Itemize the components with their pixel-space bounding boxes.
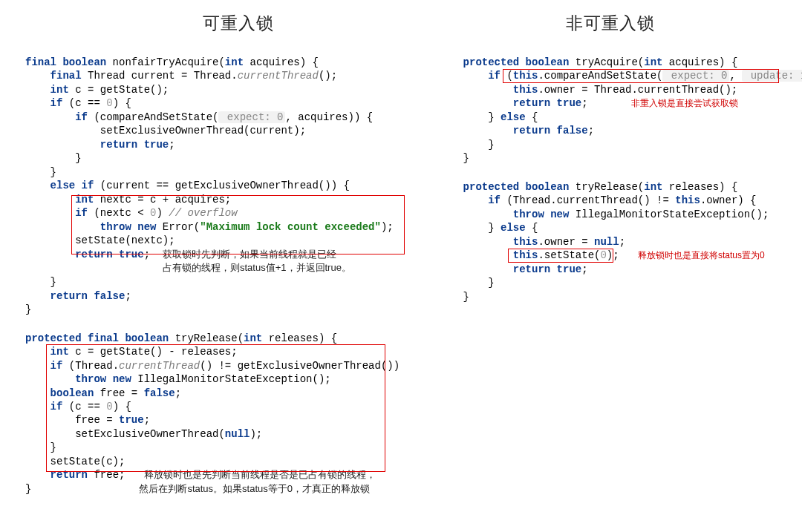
page: 可重入锁 final boolean nonfairTryAcquire(int…	[0, 0, 802, 517]
note-release-line1: 释放锁时也是先判断当前线程是否是已占有锁的线程，	[144, 469, 376, 480]
note-acquire-line1: 获取锁时先判断，如果当前线程就是已经	[163, 249, 336, 260]
note-right-release: 释放锁时也是直接将status置为0	[638, 250, 765, 260]
note-release-line2: 然后在判断status。如果status等于0，才真正的释放锁	[139, 483, 370, 494]
right-column: 非可重入锁 protected boolean tryAcquire(int a…	[457, 0, 802, 517]
right-heading: 非可重入锁	[463, 12, 787, 35]
right-release-code: protected boolean tryRelease(int release…	[463, 180, 787, 303]
note-acquire-line2: 占有锁的线程，则status值+1，并返回true。	[163, 262, 351, 273]
left-acquire-code: final boolean nonfairTryAcquire(int acqu…	[25, 56, 451, 317]
left-column: 可重入锁 final boolean nonfairTryAcquire(int…	[0, 0, 457, 517]
left-release-code: protected final boolean tryRelease(int r…	[25, 332, 451, 496]
note-right-acquire: 非重入锁是直接尝试获取锁	[631, 98, 738, 108]
right-acquire-code: protected boolean tryAcquire(int acquire…	[463, 56, 787, 165]
left-heading: 可重入锁	[25, 12, 451, 35]
